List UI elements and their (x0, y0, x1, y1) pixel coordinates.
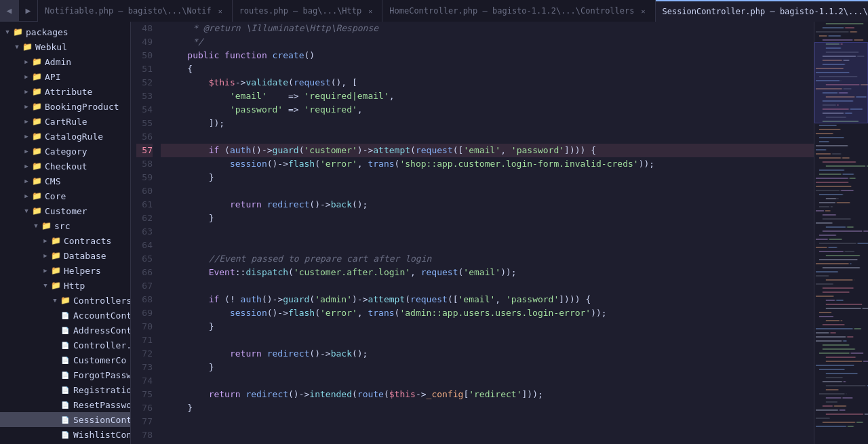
tree-label: CustomerCo (73, 355, 126, 365)
code-line-51: { (161, 62, 814, 76)
code-line-66: Event::dispatch('customer.after.login', … (161, 266, 814, 279)
tab-prev-button[interactable]: ◀ (0, 0, 19, 21)
line-num-75: 75 (136, 388, 153, 401)
folder-icon: 📁 (50, 236, 61, 245)
line-num-54: 54 (136, 103, 153, 117)
tab-sessioncontroller[interactable]: SessionController.php — bagisto-1.1.2\..… (656, 0, 869, 22)
tree-item-cartrule[interactable]: ▶ 📁 CartRule (0, 114, 130, 129)
tree-label: Attribute (45, 87, 92, 97)
code-editor[interactable]: 48 49 50 51 52 53 54 55 56 57 58 59 60 6… (131, 22, 814, 444)
tree-item-customercontroller[interactable]: 📄 CustomerCo (0, 352, 130, 367)
line-num-72: 72 (136, 347, 153, 361)
line-num-73: 73 (136, 361, 153, 374)
tree-item-catalogrule[interactable]: ▶ 📁 CatalogRule (0, 129, 130, 144)
tree-item-http[interactable]: ▼ 📁 Http (0, 278, 130, 293)
line-num-71: 71 (136, 334, 153, 347)
tree-label: AddressContr (73, 325, 131, 336)
folder-icon: 📁 (31, 72, 42, 81)
folder-icon: 📁 (31, 57, 42, 66)
tree-label: packages (26, 27, 68, 37)
tree-label: Admin (45, 57, 71, 67)
tree-item-accountcontroller[interactable]: 📄 AccountContr (0, 308, 130, 323)
tree-item-wishlistcontroller[interactable]: 📄 WishlistContr (0, 427, 130, 442)
line-num-52: 52 (136, 76, 153, 89)
tree-item-category[interactable]: ▶ 📁 Category (0, 144, 130, 159)
tab-close-icon[interactable]: ✕ (639, 6, 648, 16)
folder-icon: 📁 (22, 42, 33, 52)
tree-item-packages[interactable]: ▼ 📁 packages (0, 24, 130, 39)
toggle-icon: ▶ (22, 103, 31, 110)
tree-item-checkout[interactable]: ▶ 📁 Checkout (0, 159, 130, 174)
minimap-viewport (814, 42, 868, 123)
code-line-69: session()->flash('error', trans('admin::… (161, 306, 814, 320)
tree-item-cms[interactable]: ▶ 📁 CMS (0, 174, 130, 188)
toggle-icon: ▼ (22, 207, 31, 214)
line-num-74: 74 (136, 374, 153, 388)
toggle-icon: ▼ (12, 43, 22, 50)
tab-notifiable[interactable]: Notifiable.php — bagisto\...\Notif ✕ (38, 0, 233, 22)
tab-next-button[interactable]: ▶ (19, 0, 38, 21)
tree-item-api[interactable]: ▶ 📁 API (0, 69, 130, 84)
tree-label: API (45, 72, 60, 82)
tree-item-registrationcontroller[interactable]: 📄 RegistrationC (0, 382, 130, 397)
line-num-76: 76 (136, 401, 153, 415)
tab-routes[interactable]: routes.php — bag\...\Http ✕ (233, 0, 383, 22)
file-icon: 📄 (60, 431, 71, 439)
folder-icon: 📁 (50, 281, 61, 290)
tree-label: Customer (45, 206, 87, 216)
tree-item-controllers[interactable]: ▼ 📁 Controllers (0, 293, 130, 308)
minimap[interactable] (814, 22, 868, 444)
tab-label: SessionController.php — bagisto-1.1.2\..… (663, 7, 869, 16)
code-line-60 (161, 184, 814, 198)
folder-icon: 📁 (31, 176, 42, 186)
tree-item-controllerphp[interactable]: 📄 Controller.php (0, 338, 130, 352)
line-num-49: 49 (136, 35, 153, 49)
tree-label: src (54, 221, 70, 231)
code-line-49: */ (161, 35, 814, 49)
tree-item-core[interactable]: ▶ 📁 Core (0, 188, 130, 203)
toggle-icon: ▶ (22, 163, 31, 169)
toggle-icon: ▶ (41, 252, 50, 259)
tab-close-icon[interactable]: ✕ (366, 6, 375, 16)
tree-item-forgotpassword[interactable]: 📄 ForgotPasswo (0, 367, 130, 382)
tree-item-sessioncontroller[interactable]: 📄 SessionContr (0, 412, 130, 427)
code-line-62: } (161, 211, 814, 225)
code-line-50: public function create() (161, 49, 814, 62)
tree-item-customer[interactable]: ▼ 📁 Customer (0, 203, 130, 218)
file-tree-sidebar[interactable]: ▼ 📁 packages ▼ 📁 Webkul ▶ 📁 Admin ▶ 📁 AP… (0, 22, 131, 444)
tab-homecontroller[interactable]: HomeController.php — bagisto-1.1.2\...\C… (382, 0, 655, 22)
tree-item-contracts[interactable]: ▶ 📁 Contracts (0, 233, 130, 248)
file-icon: 📄 (60, 401, 71, 409)
code-line-63 (161, 225, 814, 239)
line-num-70: 70 (136, 320, 153, 334)
line-num-67: 67 (136, 279, 153, 293)
tree-label: CatalogRule (45, 132, 103, 142)
tree-item-addresscontroller[interactable]: 📄 AddressContr (0, 323, 130, 338)
line-num-65: 65 (136, 252, 153, 266)
line-num-59: 59 (136, 171, 153, 184)
tree-label: CMS (45, 176, 60, 186)
tree-item-resetpassword[interactable]: 📄 ResetPasswor (0, 397, 130, 412)
tree-item-attribute[interactable]: ▶ 📁 Attribute (0, 84, 130, 99)
tree-label: Controllers (73, 296, 131, 306)
tab-label: routes.php — bag\...\Http (239, 6, 362, 16)
tree-item-helpers[interactable]: ▶ 📁 Helpers (0, 263, 130, 278)
code-content: * @return \Illuminate\Http\Response */ p… (161, 22, 814, 444)
code-line-59: } (161, 171, 814, 184)
tree-label: Contracts (64, 236, 111, 246)
tree-item-webkul[interactable]: ▼ 📁 Webkul (0, 39, 130, 54)
code-line-78 (161, 428, 814, 442)
tab-label: HomeController.php — bagisto-1.1.2\...\C… (389, 6, 634, 16)
tab-bar: ◀ ▶ Notifiable.php — bagisto\...\Notif ✕… (0, 0, 868, 22)
line-num-53: 53 (136, 89, 153, 103)
tree-item-bookingproduct[interactable]: ▶ 📁 BookingProduct (0, 99, 130, 114)
toggle-icon: ▶ (22, 133, 31, 140)
tab-close-icon[interactable]: ✕ (216, 6, 225, 16)
code-line-74 (161, 374, 814, 388)
folder-icon: 📁 (31, 102, 42, 111)
tree-item-src[interactable]: ▼ 📁 src (0, 218, 130, 233)
tree-item-database[interactable]: ▶ 📁 Database (0, 248, 130, 263)
tree-item-admin[interactable]: ▶ 📁 Admin (0, 54, 130, 69)
code-line-53: 'email' => 'required|email', (161, 89, 814, 103)
folder-icon: 📁 (31, 87, 42, 96)
